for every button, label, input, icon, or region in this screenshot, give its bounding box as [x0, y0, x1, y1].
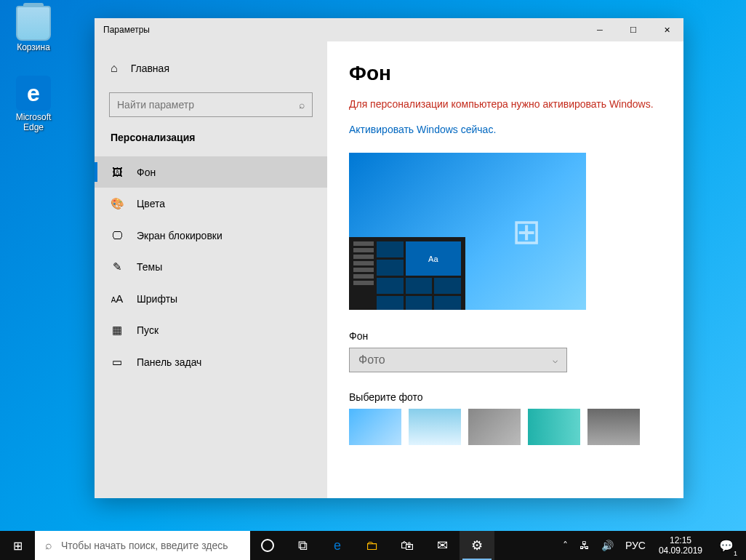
- window-title: Параметры: [103, 25, 583, 35]
- photo-thumb[interactable]: [587, 409, 640, 445]
- edge-label: Microsoft Edge: [6, 112, 61, 132]
- taskbar-search-placeholder: Чтобы начать поиск, введите здесь: [61, 540, 228, 551]
- cortana-icon: [261, 539, 274, 552]
- sidebar-item-taskbar[interactable]: ▭ Панель задач: [95, 346, 327, 378]
- maximize-button[interactable]: ☐: [617, 18, 650, 41]
- window-controls: ─ ☐ ✕: [583, 18, 683, 41]
- system-tray: ˄ 🖧 🔊 РУС 12:15 04.09.2019 💬1: [557, 531, 746, 560]
- dropdown-value: Фото: [358, 353, 385, 367]
- tray-network[interactable]: 🖧: [574, 531, 595, 560]
- tray-overflow[interactable]: ˄: [557, 531, 574, 560]
- choose-photo-label: Выберите фото: [349, 391, 662, 403]
- sidebar-item-colors[interactable]: 🎨 Цвета: [95, 188, 327, 220]
- recycle-bin-label: Корзина: [6, 42, 61, 52]
- desktop-icon-recycle-bin[interactable]: Корзина: [6, 6, 61, 52]
- minimize-button[interactable]: ─: [583, 18, 617, 41]
- photo-thumb[interactable]: [468, 409, 521, 445]
- taskbar-explorer[interactable]: 🗀: [355, 531, 390, 560]
- notif-count: 1: [734, 550, 737, 557]
- windows-logo-icon: [512, 211, 550, 249]
- preview-start-menu: Aa: [349, 237, 465, 310]
- taskbar-mail[interactable]: ✉: [425, 531, 460, 560]
- home-icon: ⌂: [111, 62, 118, 75]
- photo-thumb[interactable]: [349, 409, 401, 445]
- sidebar-home[interactable]: ⌂ Главная: [95, 55, 327, 82]
- start-icon: ▦: [111, 324, 124, 337]
- photo-thumb[interactable]: [528, 409, 580, 445]
- cortana-button[interactable]: [250, 531, 285, 560]
- sidebar-item-fonts[interactable]: AA Шрифты: [95, 283, 327, 314]
- recycle-bin-icon: [16, 6, 51, 41]
- sidebar-item-label: Панель задач: [137, 356, 201, 368]
- window-body: ⌂ Главная ⌕ Персонализация 🖼 Фон 🎨 Цвета: [95, 41, 683, 498]
- taskbar: ⊞ ⌕ Чтобы начать поиск, введите здесь ⧉ …: [0, 531, 746, 560]
- sidebar-item-label: Темы: [137, 261, 162, 273]
- taskbar-search[interactable]: ⌕ Чтобы начать поиск, введите здесь: [35, 531, 250, 560]
- taskbar-pinned: ⧉ e 🗀 🛍 ✉ ⚙: [250, 531, 494, 560]
- titlebar: Параметры ─ ☐ ✕: [95, 18, 683, 41]
- tray-language[interactable]: РУС: [619, 531, 651, 560]
- fonts-icon: AA: [111, 292, 124, 305]
- taskbar-icon: ▭: [111, 356, 124, 369]
- themes-icon: ✎: [111, 260, 124, 273]
- activation-warning: Для персонализации компьютера нужно акти…: [349, 98, 662, 110]
- tray-date: 04.09.2019: [659, 545, 702, 556]
- sidebar-item-label: Шрифты: [137, 293, 177, 305]
- background-preview: Aa: [349, 153, 586, 310]
- taskbar-edge[interactable]: e: [320, 531, 355, 560]
- picture-icon: 🖼: [111, 166, 124, 178]
- sidebar-home-label: Главная: [131, 63, 169, 74]
- sidebar-item-lockscreen[interactable]: 🖵 Экран блокировки: [95, 220, 327, 251]
- tray-clock[interactable]: 12:15 04.09.2019: [651, 535, 710, 556]
- preview-tile-text: Aa: [406, 241, 461, 276]
- content-area: Фон Для персонализации компьютера нужно …: [327, 41, 683, 498]
- search-box[interactable]: ⌕: [109, 92, 313, 117]
- photo-thumb[interactable]: [409, 409, 461, 445]
- edge-icon: e: [16, 76, 51, 111]
- desktop: Корзина e Microsoft Edge Параметры ─ ☐ ✕…: [0, 0, 746, 531]
- close-button[interactable]: ✕: [650, 18, 683, 41]
- chevron-down-icon: ⌵: [553, 355, 558, 365]
- search-input[interactable]: [117, 99, 299, 111]
- photo-thumbnails: [349, 409, 662, 445]
- settings-window: Параметры ─ ☐ ✕ ⌂ Главная ⌕ Персонализац…: [95, 18, 683, 498]
- search-icon: ⌕: [299, 99, 305, 111]
- tray-volume[interactable]: 🔊: [595, 531, 619, 560]
- tray-time: 12:15: [659, 535, 702, 545]
- page-heading: Фон: [349, 62, 662, 85]
- background-type-label: Фон: [349, 330, 662, 342]
- taskbar-settings[interactable]: ⚙: [460, 531, 494, 560]
- sidebar-item-label: Цвета: [137, 198, 165, 209]
- task-view-button[interactable]: ⧉: [285, 531, 320, 560]
- start-button[interactable]: ⊞: [0, 531, 35, 560]
- sidebar-item-label: Экран блокировки: [137, 230, 222, 241]
- palette-icon: 🎨: [111, 197, 124, 210]
- sidebar: ⌂ Главная ⌕ Персонализация 🖼 Фон 🎨 Цвета: [95, 41, 327, 498]
- taskbar-store[interactable]: 🛍: [390, 531, 425, 560]
- sidebar-item-background[interactable]: 🖼 Фон: [95, 156, 327, 188]
- sidebar-item-label: Фон: [137, 167, 156, 178]
- search-icon: ⌕: [45, 539, 52, 552]
- lockscreen-icon: 🖵: [111, 229, 124, 241]
- sidebar-item-label: Пуск: [137, 324, 159, 336]
- desktop-icon-edge[interactable]: e Microsoft Edge: [6, 76, 61, 132]
- tray-notifications[interactable]: 💬1: [710, 531, 743, 560]
- sidebar-item-themes[interactable]: ✎ Темы: [95, 251, 327, 283]
- background-type-dropdown[interactable]: Фото ⌵: [349, 348, 567, 372]
- activate-link[interactable]: Активировать Windows сейчас.: [349, 124, 496, 135]
- sidebar-item-start[interactable]: ▦ Пуск: [95, 314, 327, 346]
- sidebar-category: Персонализация: [95, 132, 327, 156]
